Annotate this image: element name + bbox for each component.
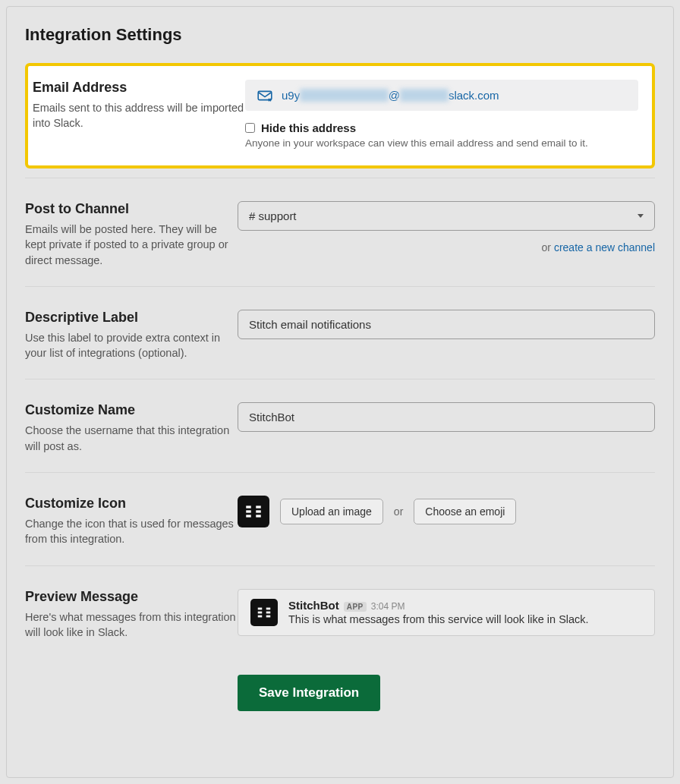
- preview-avatar-icon: [250, 599, 278, 626]
- preview-message-section: Preview Message Here's what messages fro…: [25, 565, 655, 654]
- icon-desc: Change the icon that is used for message…: [25, 516, 238, 547]
- svg-rect-4: [251, 503, 257, 520]
- save-integration-button[interactable]: Save Integration: [238, 675, 380, 711]
- chevron-down-icon: [638, 214, 644, 218]
- create-channel-link[interactable]: create a new channel: [554, 241, 655, 253]
- page-title: Integration Settings: [25, 25, 655, 45]
- post-to-channel-section: Post to Channel Emails will be posted he…: [25, 178, 655, 282]
- hide-address-note: Anyone in your workspace can view this e…: [245, 137, 638, 149]
- preview-message-text: This is what messages from this service …: [288, 613, 589, 625]
- email-address-display: u9yxxxxxxxxxxxxxxx@xxxxxxxxslack.com: [245, 80, 638, 111]
- upload-image-button[interactable]: Upload an image: [280, 499, 383, 524]
- email-desc: Emails sent to this address will be impo…: [33, 100, 245, 131]
- hide-address-checkbox[interactable]: [245, 123, 255, 133]
- channel-select-value: # support: [249, 209, 297, 222]
- email-address-text: u9yxxxxxxxxxxxxxxx@xxxxxxxxslack.com: [282, 89, 499, 102]
- email-title: Email Address: [33, 80, 245, 96]
- app-badge: APP: [344, 602, 367, 612]
- preview-desc: Here's what messages from this integrati…: [25, 609, 238, 641]
- customize-icon-section: Customize Icon Change the icon that is u…: [25, 472, 655, 561]
- create-channel-row: or create a new channel: [238, 241, 655, 253]
- channel-select[interactable]: # support: [238, 201, 655, 231]
- descriptive-label-section: Descriptive Label Use this label to prov…: [25, 286, 655, 375]
- preview-bot-name: StitchBot: [288, 599, 339, 612]
- mail-icon: [257, 90, 272, 102]
- svg-rect-8: [262, 606, 266, 619]
- descriptive-label-input[interactable]: [238, 310, 655, 339]
- bot-avatar-icon: [238, 496, 269, 527]
- preview-title: Preview Message: [25, 589, 238, 605]
- preview-time: 3:04 PM: [371, 601, 405, 612]
- svg-rect-0: [258, 91, 272, 99]
- hide-address-label[interactable]: Hide this address: [245, 121, 638, 134]
- name-desc: Choose the username that this integratio…: [25, 423, 238, 454]
- preview-box: StitchBot APP 3:04 PM This is what messa…: [238, 589, 655, 636]
- icon-title: Customize Icon: [25, 496, 238, 512]
- email-address-section: Email Address Emails sent to this addres…: [25, 63, 655, 168]
- channel-title: Post to Channel: [25, 201, 238, 217]
- customize-name-input[interactable]: [238, 402, 655, 432]
- label-title: Descriptive Label: [25, 310, 238, 326]
- channel-desc: Emails will be posted here. They will be…: [25, 222, 238, 268]
- icon-or-text: or: [394, 505, 403, 518]
- name-title: Customize Name: [25, 402, 238, 418]
- label-desc: Use this label to provide extra context …: [25, 330, 238, 361]
- customize-name-section: Customize Name Choose the username that …: [25, 379, 655, 468]
- choose-emoji-button[interactable]: Choose an emoji: [414, 499, 516, 524]
